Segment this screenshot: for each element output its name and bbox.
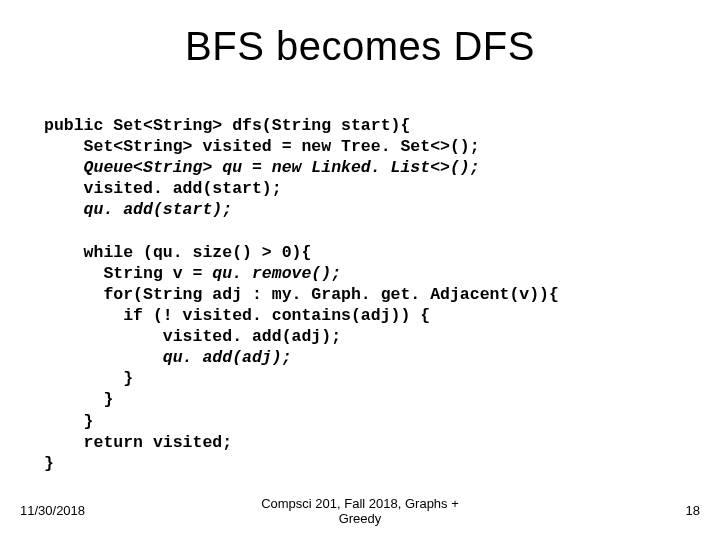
code-line: qu. add(start); [44,200,232,219]
code-line: return visited; [44,433,232,452]
slide-title: BFS becomes DFS [0,24,720,69]
code-line: qu. add(adj); [44,348,292,367]
code-block: public Set<String> dfs(String start){ Se… [44,115,700,474]
code-line: while (qu. size() > 0){ [44,243,311,262]
code-line: String v = qu. remove(); [44,264,341,283]
code-line: } [44,390,113,409]
slide: BFS becomes DFS public Set<String> dfs(S… [0,0,720,540]
code-line: public Set<String> dfs(String start){ [44,116,410,135]
code-line: visited. add(adj); [44,327,341,346]
code-line: Set<String> visited = new Tree. Set<>(); [44,137,480,156]
code-fragment: String v = [44,264,212,283]
code-line: } [44,412,94,431]
code-line: Queue<String> qu = new Linked. List<>(); [44,158,480,177]
code-line: if (! visited. contains(adj)) { [44,306,430,325]
footer-center: Compsci 201, Fall 2018, Graphs + Greedy [0,496,720,526]
code-line: } [44,369,133,388]
code-fragment: qu. remove(); [212,264,341,283]
code-line: } [44,454,54,473]
footer-page-number: 18 [686,503,700,518]
code-line: visited. add(start); [44,179,282,198]
code-line: for(String adj : my. Graph. get. Adjacen… [44,285,559,304]
